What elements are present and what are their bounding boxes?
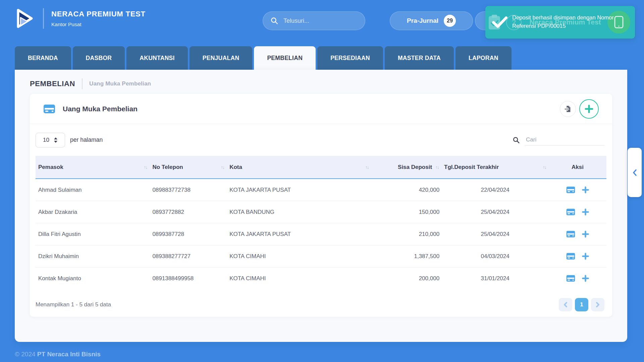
collapse-panel-tab[interactable]	[628, 148, 642, 197]
add-row-deposit-button[interactable]	[582, 275, 589, 282]
deposit-detail-button[interactable]	[566, 275, 575, 282]
cell-tgl-deposit: 31/01/2024	[441, 267, 549, 290]
deposit-detail-button[interactable]	[566, 231, 575, 238]
card-title: Uang Muka Pembelian	[63, 105, 138, 113]
table-row: Dilla Fitri Agustin 0899387728 KOTA JAKA…	[36, 223, 606, 245]
toast-message: Deposit berhasil disimpan dengan Nomor R…	[512, 13, 623, 30]
sort-icon: ↑↓	[435, 165, 439, 170]
per-page-value: 10	[43, 137, 49, 143]
sort-icon: ↑↓	[221, 165, 224, 170]
cell-telepon: 0891388499958	[150, 267, 227, 290]
cell-tgl-deposit: 04/03/2024	[441, 245, 549, 267]
breadcrumb-current: Uang Muka Pembelian	[89, 80, 151, 87]
col-kota[interactable]: Kota↑↓	[227, 156, 371, 179]
cell-tgl-deposit: 22/04/2024	[441, 179, 549, 201]
cell-telepon: 0893772882	[150, 201, 227, 223]
table-wrapper: Pemasok↑↓ No Telepon↑↓ Kota↑↓ Sisa Depos…	[30, 156, 612, 289]
table-summary: Menampilkan 1 - 5 dari 5 data	[36, 301, 111, 308]
content-panel: PEMBELIAN Uang Muka Pembelian Uang Muka …	[15, 70, 627, 342]
search-icon	[270, 17, 278, 25]
sort-icon: ↑↓	[543, 165, 546, 170]
chevron-left-icon	[632, 169, 637, 176]
credit-card-icon	[566, 186, 575, 193]
per-page-select[interactable]: 10	[36, 133, 65, 147]
cell-tgl-deposit: 25/04/2024	[441, 223, 549, 245]
table-search-input[interactable]	[525, 134, 604, 145]
tab-persediaan[interactable]: PERSEDIAAN	[317, 46, 383, 70]
cell-sisa-deposit: 420,000	[371, 179, 441, 201]
col-tgl-deposit[interactable]: Tgl.Deposit Terakhir↑↓	[441, 156, 549, 179]
global-search[interactable]: Telusuri...	[263, 11, 365, 30]
company-name: PT Neraca Inti Bisnis	[37, 351, 101, 358]
tab-dasbor[interactable]: DASBOR	[73, 46, 125, 70]
cell-telepon: 089883772738	[150, 179, 227, 201]
add-deposit-button[interactable]	[579, 99, 599, 119]
pra-jurnal-label: Pra-Jurnal	[407, 17, 438, 24]
brand-text: NERACA PREMIUM TEST Kantor Pusat	[51, 10, 146, 27]
sort-icon: ↑↓	[144, 165, 147, 170]
app-header: NERACA PREMIUM TEST Kantor Pusat Telusur…	[0, 0, 644, 46]
plus-icon	[582, 275, 589, 282]
table-controls: 10 per halaman	[30, 124, 612, 156]
per-page-label: per halaman	[70, 136, 103, 143]
import-button[interactable]	[560, 101, 576, 117]
credit-card-icon	[566, 208, 575, 216]
deposit-detail-button[interactable]	[566, 186, 575, 193]
cell-kota: KOTA JAKARTA PUSAT	[227, 223, 371, 245]
col-no-telepon[interactable]: No Telepon↑↓	[150, 156, 227, 179]
tab-penjualan[interactable]: PENJUALAN	[190, 46, 253, 70]
cell-telepon: 0899387728	[150, 223, 227, 245]
credit-card-icon	[566, 253, 575, 260]
breadcrumb: PEMBELIAN Uang Muka Pembelian	[15, 70, 627, 89]
row-actions	[551, 179, 604, 201]
toast-notification[interactable]: ? Neraca Premium Test Deposit berhasil d…	[485, 6, 635, 39]
tab-laporan[interactable]: LAPORAN	[455, 46, 512, 70]
select-arrows-icon	[54, 137, 58, 143]
add-row-deposit-button[interactable]	[582, 186, 589, 193]
chevron-right-icon	[595, 302, 600, 308]
deposit-detail-button[interactable]	[566, 253, 575, 260]
tab-master-data[interactable]: MASTER DATA	[385, 46, 454, 70]
page-footer: © 2024 PT Neraca Inti Bisnis	[15, 351, 101, 358]
cell-kota: KOTA BANDUNG	[227, 201, 371, 223]
add-row-deposit-button[interactable]	[582, 253, 589, 260]
cell-sisa-deposit: 150,000	[371, 201, 441, 223]
col-aksi: Aksi	[549, 156, 606, 179]
sort-icon: ↑↓	[365, 165, 369, 170]
tab-beranda[interactable]: BERANDA	[15, 46, 71, 70]
app-logo-icon	[15, 7, 35, 29]
table-row: Ahmad Sulaiman 089883772738 KOTA JAKARTA…	[36, 179, 606, 201]
row-actions	[551, 267, 604, 289]
table-header-row: Pemasok↑↓ No Telepon↑↓ Kota↑↓ Sisa Depos…	[36, 156, 606, 179]
cell-pemasok: Akbar Dzakaria	[36, 201, 150, 223]
app-subtitle: Kantor Pusat	[51, 21, 146, 27]
chevron-left-icon	[563, 302, 568, 308]
cell-tgl-deposit: 25/04/2024	[441, 201, 549, 223]
next-page-button[interactable]	[591, 298, 604, 311]
add-row-deposit-button[interactable]	[582, 208, 589, 216]
main-nav: BERANDA DASBOR AKUNTANSI PENJUALAN PEMBE…	[15, 46, 512, 70]
app-title: NERACA PREMIUM TEST	[51, 10, 146, 18]
tab-pembelian[interactable]: PEMBELIAN	[254, 46, 316, 70]
deposit-detail-button[interactable]	[566, 208, 575, 216]
file-import-icon	[564, 105, 572, 113]
brand-divider	[43, 8, 44, 29]
table-footer: Menampilkan 1 - 5 dari 5 data 1	[30, 289, 612, 311]
cell-kota: KOTA CIMAHI	[227, 267, 371, 290]
add-row-deposit-button[interactable]	[582, 231, 589, 238]
col-sisa-deposit[interactable]: Sisa Deposit↑↓	[371, 156, 441, 179]
plus-icon	[582, 231, 589, 238]
col-pemasok[interactable]: Pemasok↑↓	[36, 156, 150, 179]
cell-pemasok: Dzikri Muhaimin	[36, 245, 150, 267]
table-search-icon	[513, 136, 520, 144]
pra-jurnal-button[interactable]: Pra-Jurnal 29	[390, 11, 473, 30]
cell-pemasok: Kontak Mugianto	[36, 267, 150, 290]
tab-akuntansi[interactable]: AKUNTANSI	[126, 46, 187, 70]
pra-jurnal-count-badge: 29	[444, 15, 456, 27]
row-actions	[551, 245, 604, 267]
breadcrumb-section: PEMBELIAN	[30, 79, 75, 88]
global-search-placeholder: Telusuri...	[283, 17, 309, 24]
page-1-button[interactable]: 1	[575, 298, 588, 311]
prev-page-button[interactable]	[559, 298, 572, 311]
plus-icon	[582, 208, 589, 216]
